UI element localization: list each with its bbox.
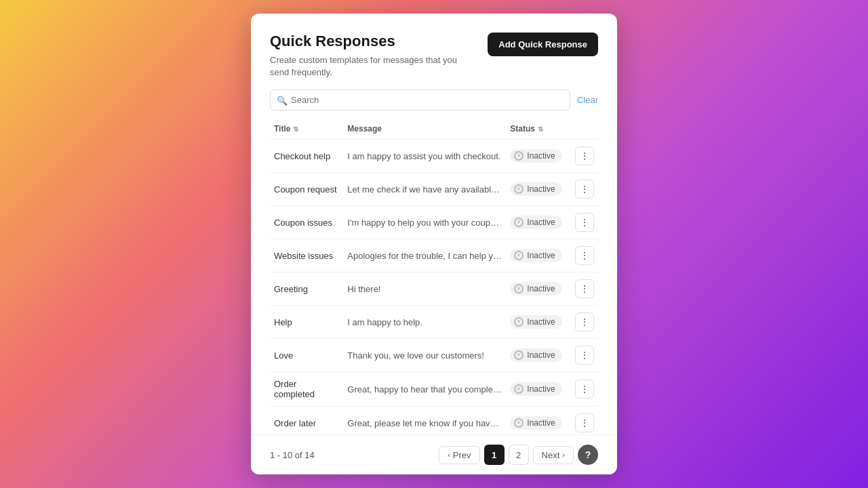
- table-row: Help I am happy to help. Inactive ⋮: [270, 306, 598, 339]
- status-badge: Inactive: [510, 149, 561, 163]
- message-cell: I'm happy to help you with your coupon.: [343, 206, 506, 239]
- quick-responses-modal: Quick Responses Create custom templates …: [251, 14, 617, 474]
- col-actions: [571, 119, 598, 140]
- header-text: Quick Responses Create custom templates …: [270, 33, 477, 79]
- status-label: Inactive: [527, 151, 555, 161]
- status-cell: Inactive: [506, 306, 571, 339]
- col-message: Message: [343, 119, 506, 140]
- table-row: Order completed Great, happy to hear tha…: [270, 372, 598, 407]
- page-2-button[interactable]: 2: [509, 445, 529, 465]
- title-cell: Order completed: [270, 372, 343, 407]
- title-cell: Love: [270, 339, 343, 372]
- title-sort-icon[interactable]: ⇅: [293, 125, 298, 133]
- clear-button[interactable]: Clear: [577, 95, 598, 105]
- title-cell: Order later: [270, 407, 343, 434]
- status-dot-icon: [514, 350, 524, 360]
- table-row: Order later Great, please let me know if…: [270, 407, 598, 434]
- status-dot-icon: [514, 151, 524, 161]
- search-wrapper: 🔍: [270, 89, 570, 110]
- more-options-button[interactable]: ⋮: [575, 279, 594, 298]
- more-options-button[interactable]: ⋮: [575, 180, 594, 199]
- status-badge: Inactive: [510, 348, 561, 362]
- status-cell: Inactive: [506, 339, 571, 372]
- pagination-info: 1 - 10 of 14: [270, 450, 315, 460]
- status-cell: Inactive: [506, 372, 571, 407]
- prev-chevron-icon: ‹: [448, 451, 450, 459]
- status-dot-icon: [514, 284, 524, 293]
- message-cell: I am happy to assist you with checkout.: [343, 140, 506, 173]
- status-label: Inactive: [527, 184, 555, 194]
- actions-cell: ⋮: [571, 407, 598, 434]
- col-title: Title ⇅: [270, 119, 343, 140]
- status-dot-icon: [514, 317, 524, 327]
- message-cell: Apologies for the trouble, I can help yo…: [343, 239, 506, 272]
- more-options-button[interactable]: ⋮: [575, 413, 594, 432]
- status-label: Inactive: [527, 251, 555, 260]
- status-label: Inactive: [527, 350, 555, 360]
- message-cell: Hi there!: [343, 272, 506, 306]
- table-row: Greeting Hi there! Inactive ⋮: [270, 272, 598, 306]
- status-cell: Inactive: [506, 206, 571, 239]
- status-sort-icon[interactable]: ⇅: [538, 125, 543, 133]
- status-badge: Inactive: [510, 282, 561, 296]
- status-dot-icon: [514, 251, 524, 260]
- more-options-button[interactable]: ⋮: [575, 246, 594, 265]
- pagination-controls: ‹ Prev 1 2 Next › ?: [439, 445, 598, 465]
- actions-cell: ⋮: [571, 140, 598, 173]
- table-row: Website issues Apologies for the trouble…: [270, 239, 598, 272]
- status-label: Inactive: [527, 218, 555, 227]
- responses-table: Title ⇅ Message Status ⇅ Checko: [270, 119, 598, 434]
- status-badge: Inactive: [510, 249, 561, 262]
- search-input[interactable]: [270, 89, 570, 110]
- more-options-button[interactable]: ⋮: [575, 312, 594, 331]
- actions-cell: ⋮: [571, 339, 598, 372]
- table-row: Coupon request Let me check if we have a…: [270, 173, 598, 206]
- modal-footer: 1 - 10 of 14 ‹ Prev 1 2 Next › ?: [251, 434, 617, 474]
- message-cell: Great, please let me know if you have an…: [343, 407, 506, 434]
- more-options-button[interactable]: ⋮: [575, 146, 594, 165]
- add-quick-response-button[interactable]: Add Quick Response: [488, 33, 598, 56]
- search-bar: 🔍 Clear: [251, 89, 617, 119]
- modal-header: Quick Responses Create custom templates …: [251, 14, 617, 89]
- page-title: Quick Responses: [270, 33, 477, 50]
- actions-cell: ⋮: [571, 173, 598, 206]
- actions-cell: ⋮: [571, 206, 598, 239]
- status-cell: Inactive: [506, 272, 571, 306]
- status-badge: Inactive: [510, 315, 561, 329]
- more-options-button[interactable]: ⋮: [575, 213, 594, 232]
- status-dot-icon: [514, 184, 524, 194]
- title-cell: Coupon issues: [270, 206, 343, 239]
- status-badge: Inactive: [510, 416, 561, 430]
- actions-cell: ⋮: [571, 239, 598, 272]
- table-container: Title ⇅ Message Status ⇅ Checko: [251, 119, 617, 434]
- status-badge: Inactive: [510, 182, 561, 196]
- next-chevron-icon: ›: [562, 451, 565, 459]
- title-cell: Help: [270, 306, 343, 339]
- title-cell: Checkout help: [270, 140, 343, 173]
- actions-cell: ⋮: [571, 372, 598, 407]
- table-head: Title ⇅ Message Status ⇅: [270, 119, 598, 140]
- status-dot-icon: [514, 218, 524, 227]
- status-dot-icon: [514, 418, 524, 428]
- table-body: Checkout help I am happy to assist you w…: [270, 140, 598, 434]
- status-cell: Inactive: [506, 173, 571, 206]
- message-cell: Let me check if we have any available co…: [343, 173, 506, 206]
- status-label: Inactive: [527, 384, 555, 394]
- status-label: Inactive: [527, 418, 555, 428]
- title-cell: Greeting: [270, 272, 343, 306]
- col-status: Status ⇅: [506, 119, 571, 140]
- more-options-button[interactable]: ⋮: [575, 346, 594, 365]
- status-badge: Inactive: [510, 382, 561, 396]
- help-button[interactable]: ?: [578, 445, 598, 465]
- actions-cell: ⋮: [571, 306, 598, 339]
- prev-button[interactable]: ‹ Prev: [439, 446, 479, 464]
- message-cell: I am happy to help.: [343, 306, 506, 339]
- title-cell: Coupon request: [270, 173, 343, 206]
- next-button[interactable]: Next ›: [533, 446, 574, 464]
- message-cell: Thank you, we love our customers!: [343, 339, 506, 372]
- page-subtitle: Create custom templates for messages tha…: [270, 54, 477, 79]
- status-cell: Inactive: [506, 140, 571, 173]
- page-1-button[interactable]: 1: [484, 445, 505, 465]
- more-options-button[interactable]: ⋮: [575, 380, 594, 399]
- status-label: Inactive: [527, 317, 555, 327]
